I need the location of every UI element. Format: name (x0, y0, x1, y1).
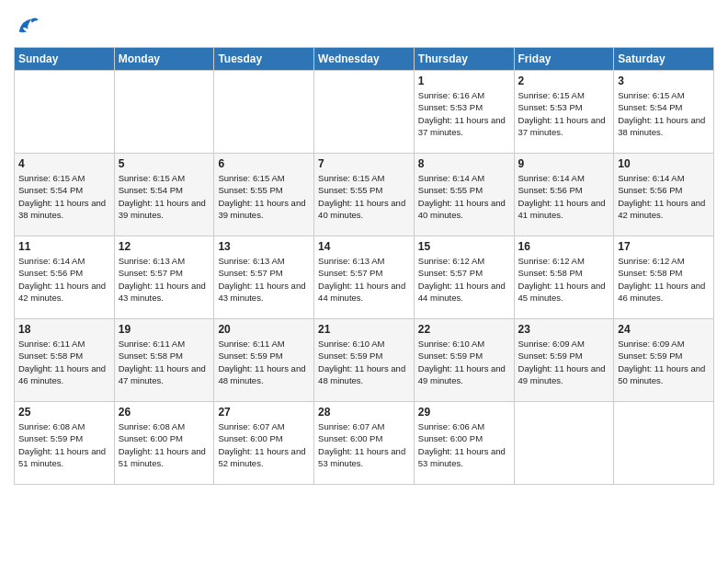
sunrise-label: Sunrise: 6:06 AM (418, 421, 484, 431)
daylight-label: Daylight: 11 hours and 48 minutes. (218, 363, 305, 385)
day-number: 23 (518, 323, 610, 336)
day-detail: Sunrise: 6:14 AM Sunset: 5:56 PM Dayligh… (18, 255, 110, 304)
day-number: 22 (418, 323, 510, 336)
logo (14, 14, 43, 40)
day-detail: Sunrise: 6:08 AM Sunset: 5:59 PM Dayligh… (18, 420, 110, 469)
calendar-cell: 17 Sunrise: 6:12 AM Sunset: 5:58 PM Dayl… (614, 236, 714, 319)
sunrise-label: Sunrise: 6:13 AM (218, 256, 284, 266)
sunrise-label: Sunrise: 6:14 AM (518, 173, 585, 183)
day-number: 8 (418, 157, 510, 170)
sunset-label: Sunset: 5:57 PM (119, 268, 183, 278)
daylight-label: Daylight: 11 hours and 47 minutes. (119, 363, 206, 385)
sunrise-label: Sunrise: 6:11 AM (119, 339, 185, 349)
daylight-label: Daylight: 11 hours and 42 minutes. (18, 281, 106, 303)
day-number: 3 (618, 75, 710, 87)
sunset-label: Sunset: 6:00 PM (418, 433, 483, 443)
daylight-label: Daylight: 11 hours and 41 minutes. (518, 198, 606, 220)
sunset-label: Sunset: 5:56 PM (518, 185, 583, 195)
daylight-label: Daylight: 11 hours and 40 minutes. (418, 198, 506, 220)
daylight-label: Daylight: 11 hours and 45 minutes. (518, 281, 606, 303)
day-header-saturday: Saturday (614, 48, 714, 71)
day-number: 21 (318, 323, 410, 336)
calendar-cell: 28 Sunrise: 6:07 AM Sunset: 6:00 PM Dayl… (314, 402, 415, 485)
day-detail: Sunrise: 6:15 AM Sunset: 5:54 PM Dayligh… (18, 172, 110, 221)
sunrise-label: Sunrise: 6:08 AM (119, 421, 185, 431)
day-number: 15 (418, 240, 510, 253)
calendar-week-5: 25 Sunrise: 6:08 AM Sunset: 5:59 PM Dayl… (15, 402, 714, 485)
day-number: 10 (618, 157, 710, 170)
day-header-tuesday: Tuesday (214, 48, 314, 71)
daylight-label: Daylight: 11 hours and 44 minutes. (418, 281, 506, 303)
sunset-label: Sunset: 5:57 PM (318, 268, 382, 278)
sunset-label: Sunset: 5:53 PM (518, 102, 583, 112)
sunrise-label: Sunrise: 6:15 AM (518, 90, 585, 100)
day-number: 28 (318, 406, 410, 419)
day-number: 9 (518, 157, 610, 170)
sunrise-label: Sunrise: 6:10 AM (418, 339, 484, 349)
day-detail: Sunrise: 6:14 AM Sunset: 5:56 PM Dayligh… (518, 172, 610, 221)
sunset-label: Sunset: 5:56 PM (18, 268, 83, 278)
calendar-cell: 9 Sunrise: 6:14 AM Sunset: 5:56 PM Dayli… (514, 154, 614, 236)
page-header (14, 9, 714, 40)
day-number: 4 (18, 157, 110, 170)
calendar-cell (114, 71, 214, 154)
calendar-cell: 1 Sunrise: 6:16 AM Sunset: 5:53 PM Dayli… (414, 71, 514, 154)
day-header-wednesday: Wednesday (314, 48, 415, 71)
day-detail: Sunrise: 6:15 AM Sunset: 5:55 PM Dayligh… (218, 172, 310, 221)
sunset-label: Sunset: 5:56 PM (618, 185, 682, 195)
calendar-cell: 7 Sunrise: 6:15 AM Sunset: 5:55 PM Dayli… (314, 154, 415, 236)
sunrise-label: Sunrise: 6:09 AM (618, 339, 684, 349)
sunset-label: Sunset: 5:58 PM (18, 350, 83, 361)
day-detail: Sunrise: 6:14 AM Sunset: 5:56 PM Dayligh… (618, 172, 710, 221)
day-header-sunday: Sunday (15, 48, 115, 71)
sunrise-label: Sunrise: 6:11 AM (18, 339, 85, 349)
calendar-cell: 8 Sunrise: 6:14 AM Sunset: 5:55 PM Dayli… (414, 154, 514, 236)
sunrise-label: Sunrise: 6:15 AM (318, 173, 384, 183)
day-detail: Sunrise: 6:11 AM Sunset: 5:58 PM Dayligh… (18, 338, 110, 386)
day-detail: Sunrise: 6:15 AM Sunset: 5:54 PM Dayligh… (618, 89, 710, 138)
day-detail: Sunrise: 6:12 AM Sunset: 5:58 PM Dayligh… (518, 255, 610, 304)
day-number: 1 (418, 75, 510, 87)
calendar-week-1: 1 Sunrise: 6:16 AM Sunset: 5:53 PM Dayli… (15, 71, 714, 154)
day-detail: Sunrise: 6:15 AM Sunset: 5:54 PM Dayligh… (119, 172, 210, 221)
calendar-cell: 18 Sunrise: 6:11 AM Sunset: 5:58 PM Dayl… (15, 319, 115, 402)
sunset-label: Sunset: 5:58 PM (618, 268, 682, 278)
daylight-label: Daylight: 11 hours and 38 minutes. (618, 115, 705, 137)
sunrise-label: Sunrise: 6:07 AM (318, 421, 384, 431)
calendar-cell: 21 Sunrise: 6:10 AM Sunset: 5:59 PM Dayl… (314, 319, 415, 402)
day-detail: Sunrise: 6:07 AM Sunset: 6:00 PM Dayligh… (318, 420, 410, 469)
calendar-cell: 13 Sunrise: 6:13 AM Sunset: 5:57 PM Dayl… (214, 236, 314, 319)
sunrise-label: Sunrise: 6:15 AM (218, 173, 284, 183)
day-number: 12 (119, 240, 210, 253)
day-detail: Sunrise: 6:06 AM Sunset: 6:00 PM Dayligh… (418, 420, 510, 469)
sunset-label: Sunset: 5:55 PM (218, 185, 282, 195)
sunset-label: Sunset: 5:54 PM (119, 185, 183, 195)
day-detail: Sunrise: 6:16 AM Sunset: 5:53 PM Dayligh… (418, 89, 510, 138)
day-number: 25 (18, 406, 110, 419)
sunrise-label: Sunrise: 6:14 AM (418, 173, 484, 183)
daylight-label: Daylight: 11 hours and 42 minutes. (618, 198, 705, 220)
sunset-label: Sunset: 5:59 PM (218, 350, 282, 361)
daylight-label: Daylight: 11 hours and 43 minutes. (218, 281, 305, 303)
daylight-label: Daylight: 11 hours and 46 minutes. (18, 363, 106, 385)
day-header-friday: Friday (514, 48, 614, 71)
day-header-thursday: Thursday (414, 48, 514, 71)
daylight-label: Daylight: 11 hours and 44 minutes. (318, 281, 405, 303)
calendar-week-3: 11 Sunrise: 6:14 AM Sunset: 5:56 PM Dayl… (15, 236, 714, 319)
day-detail: Sunrise: 6:13 AM Sunset: 5:57 PM Dayligh… (218, 255, 310, 304)
calendar-cell: 19 Sunrise: 6:11 AM Sunset: 5:58 PM Dayl… (114, 319, 214, 402)
day-number: 17 (618, 240, 710, 253)
sunrise-label: Sunrise: 6:11 AM (218, 339, 284, 349)
calendar-cell: 6 Sunrise: 6:15 AM Sunset: 5:55 PM Dayli… (214, 154, 314, 236)
day-detail: Sunrise: 6:13 AM Sunset: 5:57 PM Dayligh… (119, 255, 210, 304)
calendar-cell: 3 Sunrise: 6:15 AM Sunset: 5:54 PM Dayli… (614, 71, 714, 154)
daylight-label: Daylight: 11 hours and 52 minutes. (218, 446, 305, 468)
sunset-label: Sunset: 5:59 PM (318, 350, 382, 361)
calendar-cell: 12 Sunrise: 6:13 AM Sunset: 5:57 PM Dayl… (114, 236, 214, 319)
sunrise-label: Sunrise: 6:08 AM (18, 421, 85, 431)
sunrise-label: Sunrise: 6:09 AM (518, 339, 585, 349)
sunset-label: Sunset: 5:57 PM (418, 268, 483, 278)
calendar-cell: 27 Sunrise: 6:07 AM Sunset: 6:00 PM Dayl… (214, 402, 314, 485)
daylight-label: Daylight: 11 hours and 49 minutes. (418, 363, 506, 385)
day-detail: Sunrise: 6:09 AM Sunset: 5:59 PM Dayligh… (518, 338, 610, 386)
